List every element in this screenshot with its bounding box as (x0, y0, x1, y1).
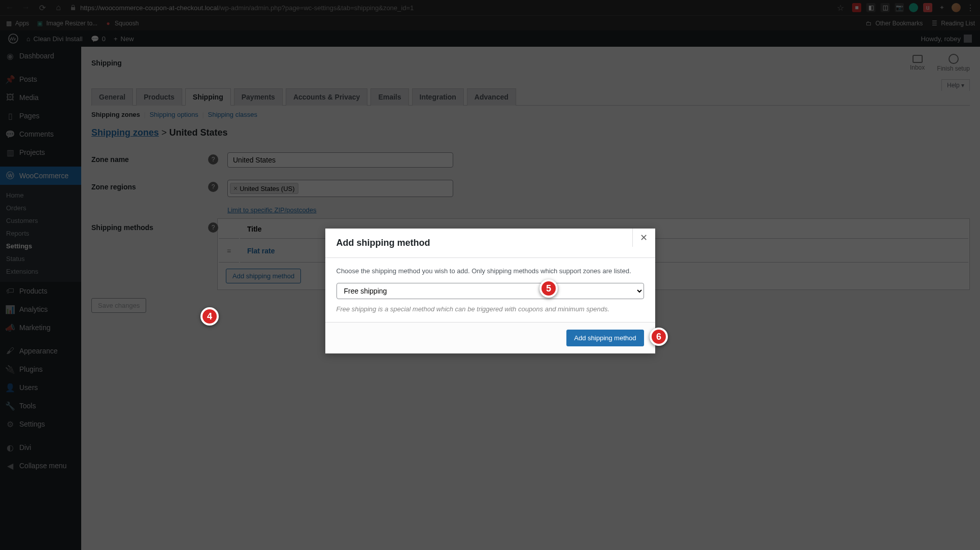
modal-hint: Free shipping is a special method which … (336, 305, 644, 313)
annotation-5: 5 (539, 279, 558, 298)
annotation-6: 6 (650, 328, 668, 346)
shipping-method-select[interactable]: Free shipping (336, 283, 644, 299)
modal-description: Choose the shipping method you wish to a… (336, 267, 644, 275)
add-shipping-method-modal: Add shipping method ✕ Choose the shippin… (325, 229, 655, 353)
modal-title: Add shipping method (336, 238, 430, 248)
annotation-4: 4 (200, 307, 219, 326)
close-icon[interactable]: ✕ (632, 229, 655, 247)
modal-submit-button[interactable]: Add shipping method (566, 330, 644, 346)
